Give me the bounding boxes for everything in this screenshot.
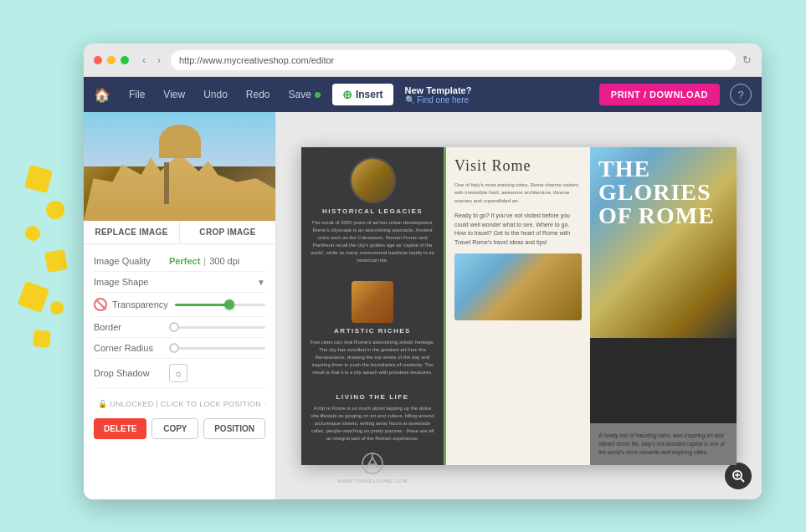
brochure-panel-3: The Glories of Rome A heady mix of haunt…: [590, 147, 737, 465]
close-dot[interactable]: [94, 56, 102, 64]
visit-rome-title: Visit Rome: [454, 157, 582, 175]
copy-button[interactable]: COPY: [151, 418, 198, 439]
browser-nav: ‹ ›: [139, 53, 164, 68]
left-panel: REPLACE IMAGE CROP IMAGE Image Quality P…: [84, 112, 276, 499]
zoom-button[interactable]: [725, 463, 752, 489]
historical-title: Historical Legacies: [322, 207, 423, 215]
historical-text: The result of 3000 years of ad hoc urban…: [310, 219, 435, 264]
minimize-dot[interactable]: [107, 56, 116, 64]
panel1-food-image: [352, 281, 393, 323]
forward-button[interactable]: ›: [154, 53, 164, 68]
visit-rome-para1: One of Italy's most enticing cities, Rom…: [454, 182, 582, 206]
redo-button[interactable]: Redo: [239, 85, 277, 104]
deco-shape-2: [46, 201, 64, 219]
lock-dashes-left: [94, 404, 95, 405]
back-button[interactable]: ‹: [139, 53, 149, 68]
url-prefix: http://: [179, 55, 203, 65]
title-line2: Glories: [598, 179, 711, 205]
lock-status-text[interactable]: 🔓 UNLOCKED | CLICK TO LOCK POSITION: [98, 400, 261, 408]
obelisk-layer: [164, 162, 169, 204]
shape-select[interactable]: ▼: [169, 278, 265, 287]
aerial-visual: [454, 253, 582, 320]
panel3-overlay-text: A heady mix of haunting ruins, awe-inspi…: [598, 432, 728, 456]
position-button[interactable]: POSITION: [203, 418, 265, 439]
insert-plus-icon: ⊕: [342, 88, 352, 101]
rome-thumbnail-2: [352, 281, 393, 323]
corner-thumb[interactable]: [169, 343, 179, 353]
border-thumb[interactable]: [169, 322, 179, 332]
brochure-panel-2: Visit Rome One of Italy's most enticing …: [444, 147, 590, 465]
file-menu[interactable]: File: [122, 85, 151, 104]
new-template-box: New Template? 🔍 Find one here: [405, 85, 472, 105]
browser-dots: [94, 56, 129, 64]
undo-button[interactable]: Undo: [197, 85, 234, 104]
title-line1: The: [598, 156, 650, 182]
browser-chrome: ‹ › http:// www.mycreativeshop.com/edito…: [84, 43, 762, 77]
image-quality-row: Image Quality Perfect | 300 dpi: [94, 251, 265, 272]
svg-line-3: [741, 478, 744, 482]
quality-dpi: 300 dpi: [209, 256, 239, 266]
transparency-slider[interactable]: [175, 304, 265, 306]
panel3-overlay: A heady mix of haunting ruins, awe-inspi…: [590, 423, 737, 464]
new-template-title: New Template?: [405, 85, 472, 95]
corner-radius-label: Corner Radius: [94, 343, 169, 353]
artistic-title: Artistic Riches: [334, 327, 411, 335]
deco-shape-4: [44, 249, 68, 273]
border-row: Border: [94, 317, 265, 338]
lock-bar: 🔓 UNLOCKED | CLICK TO LOCK POSITION: [84, 395, 275, 413]
zoom-icon: [732, 469, 745, 483]
lock-icon: 🔓: [98, 400, 107, 408]
drop-shadow-label: Drop Shadow: [94, 368, 169, 378]
save-indicator: [315, 92, 321, 98]
insert-button[interactable]: ⊕ Insert: [332, 84, 393, 105]
help-button[interactable]: ?: [730, 84, 752, 105]
editor-toolbar: 🏠 File View Undo Redo Save ⊕ Insert New …: [84, 77, 762, 112]
url-bar[interactable]: http:// www.mycreativeshop.com/editor: [171, 50, 736, 70]
dome-layer: [159, 125, 201, 158]
delete-button[interactable]: DELETE: [94, 418, 146, 439]
transparency-row: Transparency: [94, 293, 265, 317]
rome-thumbnail-1: [352, 159, 394, 202]
deco-shape-1: [24, 165, 53, 193]
living-text: A trip to Rome is so much about lapping …: [310, 405, 435, 442]
slider-thumb[interactable]: [224, 299, 234, 309]
rome-aerial-image: [454, 253, 582, 320]
refresh-icon[interactable]: ↻: [742, 54, 752, 66]
save-label: Save: [289, 89, 311, 100]
transparency-label: Transparency: [112, 299, 175, 309]
find-template-link[interactable]: 🔍 Find one here: [405, 95, 472, 105]
drop-shadow-row: Drop Shadow ☼: [94, 359, 265, 388]
brochure-panel-1: Historical Legacies The result of 3000 y…: [301, 147, 444, 465]
artistic-text: Few cities can rival Rome's astonishing …: [310, 339, 435, 376]
corner-radius-slider[interactable]: [169, 347, 265, 350]
border-slider[interactable]: [169, 326, 265, 329]
maximize-dot[interactable]: [121, 56, 129, 64]
view-menu[interactable]: View: [157, 85, 192, 104]
living-section: Living the Life A trip to Rome is so muc…: [310, 393, 435, 442]
visit-rome-para2: Ready to go? If you've not visited befor…: [454, 212, 582, 247]
living-title: Living the Life: [336, 393, 409, 401]
print-download-button[interactable]: PRINT / DOWNLOAD: [599, 84, 720, 105]
drop-shadow-toggle[interactable]: ☼: [169, 364, 187, 382]
transparency-disable-button[interactable]: [94, 298, 107, 311]
shape-label: Image Shape: [94, 277, 169, 287]
image-actions: REPLACE IMAGE CROP IMAGE: [84, 221, 275, 244]
deco-shape-6: [50, 301, 64, 315]
crop-image-button[interactable]: CROP IMAGE: [180, 221, 275, 243]
canvas-area: Historical Legacies The result of 3000 y…: [276, 112, 762, 499]
save-button[interactable]: Save: [282, 85, 327, 104]
logo-text: WWW.TRAVELROME.COM: [337, 478, 408, 483]
artistic-section: Artistic Riches Few cities can rival Rom…: [310, 281, 435, 376]
deco-shape-7: [33, 330, 51, 348]
brochure: Historical Legacies The result of 3000 y…: [301, 147, 737, 465]
travel-rome-logo-icon: [360, 451, 385, 476]
panel1-circle-image: [350, 157, 396, 203]
chevron-down-icon: ▼: [257, 278, 265, 287]
home-button[interactable]: 🏠: [94, 87, 110, 103]
slider-fill: [175, 304, 229, 306]
historical-section: Historical Legacies The result of 3000 y…: [310, 157, 435, 264]
editor-main: REPLACE IMAGE CROP IMAGE Image Quality P…: [84, 112, 762, 499]
replace-image-button[interactable]: REPLACE IMAGE: [84, 221, 180, 243]
panel1-logo: WWW.TRAVELROME.COM: [337, 451, 408, 483]
deco-shape-3: [25, 226, 40, 241]
